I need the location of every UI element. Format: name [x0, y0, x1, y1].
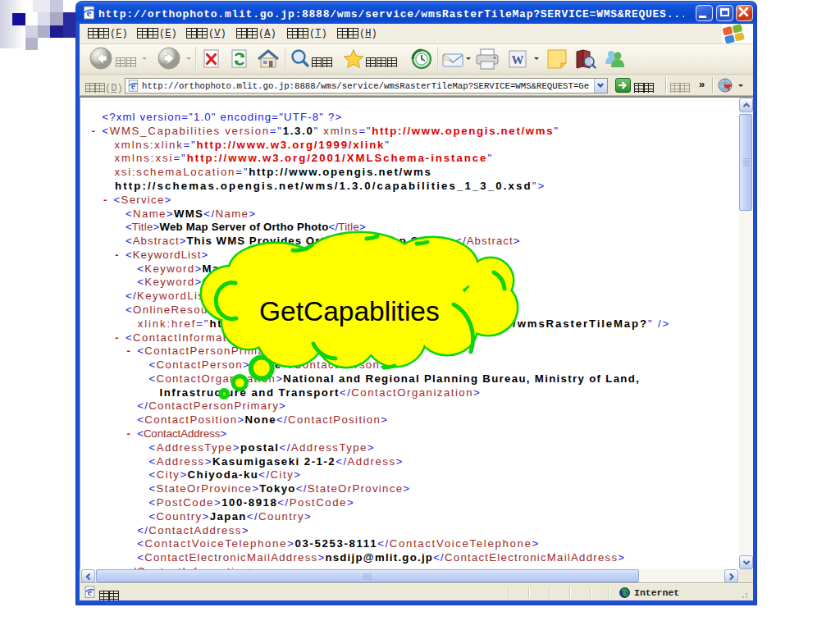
- svg-text:e: e: [131, 80, 135, 92]
- svg-text:W: W: [512, 53, 524, 66]
- svg-text:GetCapablities: GetCapablities: [259, 296, 440, 326]
- svg-text:e: e: [88, 587, 92, 598]
- svg-text:e: e: [87, 7, 92, 19]
